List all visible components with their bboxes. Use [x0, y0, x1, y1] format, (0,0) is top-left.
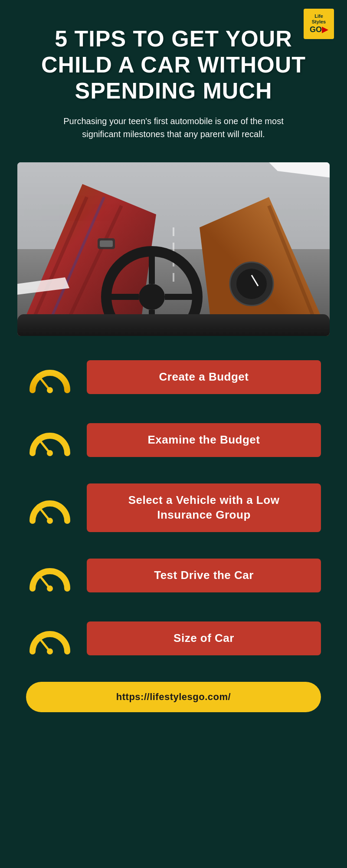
tip-button-5: Size of Car [87, 621, 321, 655]
page-wrapper: Life Styles GO▶ 5 Tips to Get Your Child… [0, 0, 347, 738]
tip-item-3: Select a Vehicle with a Low Insurance Gr… [26, 483, 321, 532]
tip-icon-5 [26, 619, 74, 658]
svg-rect-20 [17, 314, 330, 336]
logo-text: Life Styles [312, 13, 326, 25]
gauge-icon-3 [28, 490, 72, 525]
logo: Life Styles GO▶ [304, 9, 334, 39]
tip-item-2: Examine the Budget [26, 421, 321, 460]
gauge-icon-5 [28, 621, 72, 656]
footer: https://lifestylesgo.com/ [26, 682, 321, 712]
gauge-icon-4 [28, 558, 72, 593]
tip-item-1: Create a Budget [26, 358, 321, 397]
tip-button-2: Examine the Budget [87, 423, 321, 457]
gauge-icon-2 [28, 423, 72, 457]
svg-point-26 [47, 450, 53, 456]
car-scene-svg [17, 162, 330, 336]
page-title: 5 Tips to Get Your Child a Car Without S… [26, 26, 321, 104]
header: Life Styles GO▶ 5 Tips to Get Your Child… [0, 0, 347, 162]
logo-go: GO▶ [310, 25, 328, 34]
tip-icon-2 [26, 421, 74, 460]
svg-point-32 [47, 648, 53, 654]
tip-icon-1 [26, 358, 74, 397]
steering-scene [17, 162, 330, 336]
tip-icon-3 [26, 488, 74, 527]
footer-url[interactable]: https://lifestylesgo.com/ [26, 682, 321, 712]
tips-list: Create a Budget Examine the Budget [0, 358, 347, 658]
svg-rect-8 [100, 240, 113, 247]
tip-button-1: Create a Budget [87, 360, 321, 394]
tip-button-3: Select a Vehicle with a Low Insurance Gr… [87, 483, 321, 532]
tip-item-4: Test Drive the Car [26, 556, 321, 595]
car-image [17, 162, 330, 336]
gauge-icon-1 [28, 360, 72, 395]
tip-icon-4 [26, 556, 74, 595]
logo-arrow-icon: ▶ [322, 25, 328, 34]
page-subtitle: Purchasing your teen's first automobile … [48, 115, 299, 141]
svg-point-12 [139, 284, 165, 310]
svg-point-24 [47, 387, 53, 393]
tip-button-4: Test Drive the Car [87, 559, 321, 592]
tip-item-5: Size of Car [26, 619, 321, 658]
svg-point-18 [236, 269, 267, 299]
svg-point-28 [47, 518, 53, 524]
svg-point-30 [47, 585, 53, 592]
car-image-section [0, 162, 347, 336]
